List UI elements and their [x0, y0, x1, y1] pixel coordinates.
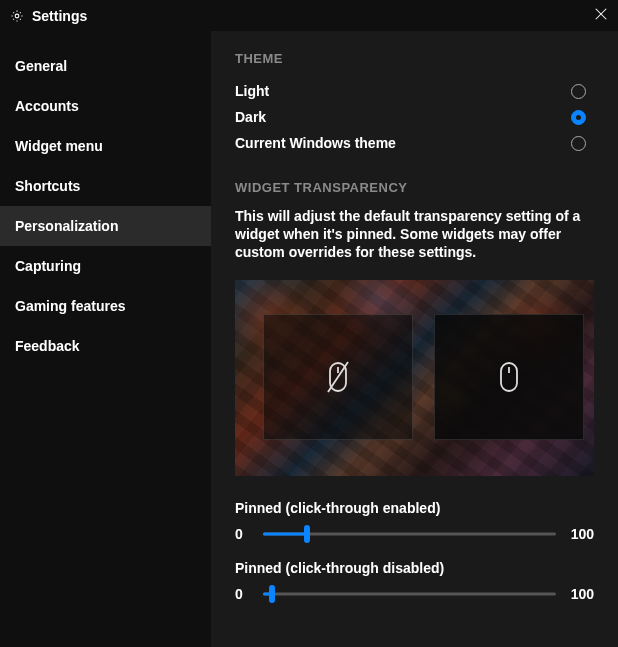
preview-pane-click-through	[263, 314, 413, 440]
titlebar: Settings	[0, 0, 618, 31]
main-panel: THEME Light Dark Current Windows theme W…	[211, 31, 618, 647]
slider-track[interactable]	[263, 587, 556, 601]
sidebar-item-label: Capturing	[15, 258, 81, 274]
sidebar-item-gaming-features[interactable]: Gaming features	[0, 286, 211, 326]
window-title: Settings	[32, 8, 87, 24]
transparency-description: This will adjust the default transparenc…	[235, 207, 594, 262]
sidebar-item-accounts[interactable]: Accounts	[0, 86, 211, 126]
transparency-preview	[235, 280, 594, 476]
sidebar-item-label: Accounts	[15, 98, 79, 114]
transparency-heading: WIDGET TRANSPARENCY	[235, 180, 594, 195]
sidebar-item-widget-menu[interactable]: Widget menu	[0, 126, 211, 166]
radio-label: Light	[235, 83, 269, 99]
slider-click-through-enabled: Pinned (click-through enabled) 0 100	[235, 500, 594, 542]
radio-indicator	[571, 110, 586, 125]
theme-option-system[interactable]: Current Windows theme	[235, 130, 594, 156]
gear-icon	[10, 9, 24, 23]
slider-label: Pinned (click-through disabled)	[235, 560, 594, 576]
sidebar-item-personalization[interactable]: Personalization	[0, 206, 211, 246]
theme-option-dark[interactable]: Dark	[235, 104, 594, 130]
radio-indicator	[571, 84, 586, 99]
close-button[interactable]	[594, 7, 608, 24]
mouse-click-through-icon	[324, 360, 352, 394]
slider-click-through-disabled: Pinned (click-through disabled) 0 100	[235, 560, 594, 602]
slider-min: 0	[235, 586, 253, 602]
sidebar-item-shortcuts[interactable]: Shortcuts	[0, 166, 211, 206]
sidebar-item-label: Gaming features	[15, 298, 125, 314]
sidebar-item-label: Feedback	[15, 338, 80, 354]
slider-label: Pinned (click-through enabled)	[235, 500, 594, 516]
sidebar-item-feedback[interactable]: Feedback	[0, 326, 211, 366]
theme-option-light[interactable]: Light	[235, 78, 594, 104]
sidebar-item-capturing[interactable]: Capturing	[0, 246, 211, 286]
slider-max: 100	[566, 526, 594, 542]
slider-max: 100	[566, 586, 594, 602]
radio-indicator	[571, 136, 586, 151]
sidebar-item-label: Widget menu	[15, 138, 103, 154]
sidebar-item-label: Personalization	[15, 218, 118, 234]
sidebar: General Accounts Widget menu Shortcuts P…	[0, 31, 211, 647]
theme-heading: THEME	[235, 51, 594, 66]
sidebar-item-label: Shortcuts	[15, 178, 80, 194]
slider-track[interactable]	[263, 527, 556, 541]
sidebar-item-label: General	[15, 58, 67, 74]
radio-label: Dark	[235, 109, 266, 125]
svg-point-0	[15, 14, 19, 18]
sidebar-item-general[interactable]: General	[0, 46, 211, 86]
radio-label: Current Windows theme	[235, 135, 396, 151]
mouse-icon	[495, 360, 523, 394]
preview-pane-opaque	[434, 314, 584, 440]
slider-min: 0	[235, 526, 253, 542]
